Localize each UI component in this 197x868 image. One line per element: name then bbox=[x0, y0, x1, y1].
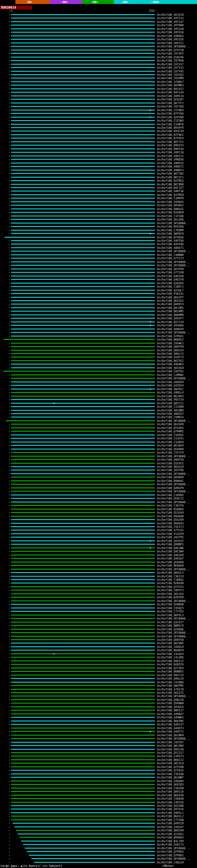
hit-row[interactable]: UniRef100_C1BPC1 bbox=[0, 285, 197, 288]
hit-accession[interactable]: UniRef100_Q42408 bbox=[157, 804, 184, 807]
hit-row[interactable]: UniRef100_A4RT36 bbox=[0, 189, 197, 193]
hit-row[interactable]: UniRef100_P36241 bbox=[0, 292, 197, 295]
hit-row[interactable]: UniRef100_C1FE06 bbox=[0, 214, 197, 218]
hit-row[interactable]: ▲UniRef100_Q4E2W6 bbox=[0, 546, 197, 550]
hit-accession[interactable]: UniRef100_Q4D169 bbox=[157, 554, 184, 557]
hit-accession[interactable]: UniRef100_UPI0000... bbox=[157, 857, 190, 860]
hit-accession[interactable]: UniRef100_A4R047 bbox=[157, 713, 184, 716]
hit-row[interactable]: UniRef100_C1BKQ2 bbox=[0, 578, 197, 581]
hit-row[interactable]: UniRef100_B7SKS6 bbox=[0, 236, 197, 239]
hit-row[interactable]: UniRef100_C5M033 bbox=[0, 415, 197, 419]
alignment-bar[interactable] bbox=[11, 14, 155, 15]
hit-accession[interactable]: UniRef100_Q8H116 bbox=[157, 790, 184, 793]
hit-row[interactable]: UniRef100_Q75590 bbox=[0, 765, 197, 769]
hit-row[interactable]: UniRef100_B6KTN5 bbox=[0, 719, 197, 723]
hit-row[interactable]: UniRef100_Q75635 bbox=[0, 769, 197, 772]
hit-row[interactable]: UniRef100_Q4RGP9 bbox=[0, 486, 197, 490]
alignment-bar[interactable] bbox=[11, 64, 155, 65]
hit-accession[interactable]: UniRef100_B6JVH3 bbox=[157, 395, 184, 398]
hit-accession[interactable]: UniRef100_A0ED37 bbox=[157, 412, 184, 415]
alignment-bar[interactable] bbox=[11, 509, 155, 509]
hit-row[interactable]: UniRef100_A7EEJ0 bbox=[0, 688, 197, 691]
alignment-bar[interactable] bbox=[11, 410, 155, 411]
alignment-bar[interactable] bbox=[11, 784, 155, 785]
alignment-bar[interactable] bbox=[11, 198, 155, 198]
hit-row[interactable]: UniRef100_A8UA71 bbox=[0, 246, 197, 249]
hit-accession[interactable]: UniRef100_Q4D167 bbox=[157, 557, 184, 560]
alignment-bar[interactable] bbox=[11, 678, 155, 679]
alignment-bar[interactable] bbox=[11, 39, 155, 40]
hit-row[interactable]: UniRef100_C7TZ90 bbox=[0, 818, 197, 822]
hit-accession[interactable]: UniRef100_Q3C9J7 bbox=[157, 621, 184, 624]
alignment-bar[interactable] bbox=[11, 223, 155, 223]
hit-row[interactable]: UniRef100_A0ED37 bbox=[0, 412, 197, 415]
alignment-bar[interactable] bbox=[11, 240, 155, 241]
alignment-bar[interactable] bbox=[16, 830, 155, 831]
hit-accession[interactable]: UniRef100_C4QLG9 bbox=[157, 861, 184, 864]
hit-row[interactable]: UniRef100_C5Z3W5 bbox=[0, 119, 197, 122]
hit-row[interactable]: UniRef100_Q4VT06 bbox=[0, 242, 197, 246]
hit-accession[interactable]: UniRef100_Q7PQH1 bbox=[157, 854, 184, 857]
hit-accession[interactable]: UniRef100_UPI0000... bbox=[157, 331, 190, 334]
hit-row[interactable]: UniRef100_B4FL64 bbox=[0, 91, 197, 94]
hit-row[interactable]: UniRef100_UPI0000... bbox=[0, 634, 197, 638]
alignment-bar[interactable] bbox=[11, 752, 155, 753]
hit-accession[interactable]: UniRef100_B3TMZ2 bbox=[157, 179, 184, 182]
hit-accession[interactable]: UniRef100_Q9SLX8 bbox=[157, 748, 184, 751]
hit-row[interactable]: UniRef100_B5DDD4 bbox=[0, 507, 197, 511]
hit-row[interactable]: UniRef100_B6A1L2 bbox=[0, 814, 197, 818]
hit-accession[interactable]: UniRef100_A4RT36 bbox=[157, 190, 184, 193]
hit-accession[interactable]: UniRef100_C1GDE8 bbox=[157, 441, 184, 444]
hit-row[interactable]: UniRef100_Q4D169 bbox=[0, 553, 197, 557]
alignment-bar[interactable] bbox=[11, 81, 155, 82]
alignment-bar[interactable] bbox=[11, 639, 155, 640]
alignment-bar[interactable] bbox=[11, 512, 155, 513]
hit-accession[interactable]: UniRef100_Q6D1H9 bbox=[157, 829, 184, 832]
alignment-bar[interactable] bbox=[11, 809, 155, 809]
hit-accession[interactable]: UniRef100_Q2UUC6 bbox=[157, 706, 184, 709]
hit-row[interactable]: UniRef100_Q2Q1D7 bbox=[0, 98, 197, 101]
hit-row[interactable]: UniRef100_B9I4Y2 bbox=[0, 87, 197, 91]
alignment-bar[interactable] bbox=[11, 209, 155, 209]
alignment-bar[interactable] bbox=[11, 555, 155, 555]
hit-accession[interactable]: UniRef100_A9T147 bbox=[157, 20, 184, 23]
hit-accession[interactable]: UniRef100_UPI0000... bbox=[157, 455, 190, 458]
alignment-bar[interactable] bbox=[11, 615, 155, 616]
hit-accession[interactable]: UniRef100_Q56269 bbox=[157, 518, 184, 521]
hit-row[interactable]: ▲UniRef100_Q8IT11 bbox=[0, 402, 197, 405]
hit-accession[interactable]: UniRef100_UPI0000... bbox=[157, 501, 190, 504]
alignment-bar[interactable] bbox=[11, 166, 155, 167]
alignment-bar[interactable] bbox=[11, 88, 155, 89]
hit-accession[interactable]: UniRef100_B2Y139 bbox=[157, 320, 184, 323]
alignment-bar[interactable] bbox=[11, 364, 155, 365]
hit-accession[interactable]: UniRef100_A9PE34 bbox=[157, 95, 184, 98]
hit-row[interactable]: UniRef100_B6DD52 bbox=[0, 338, 197, 341]
alignment-bar[interactable] bbox=[11, 191, 155, 191]
hit-accession[interactable]: UniRef100_Q1E951 bbox=[157, 462, 184, 465]
hit-accession[interactable]: UniRef100_A0CM12 bbox=[157, 388, 184, 391]
alignment-bar[interactable] bbox=[11, 456, 155, 457]
alignment-bar[interactable] bbox=[11, 682, 155, 683]
alignment-bar[interactable] bbox=[11, 569, 155, 570]
hit-accession[interactable]: UniRef100_Q4GVF7 bbox=[157, 317, 184, 320]
hit-accession[interactable]: UniRef100_Q6X1U2 bbox=[157, 299, 184, 302]
alignment-bar[interactable] bbox=[11, 480, 155, 481]
alignment-bar[interactable] bbox=[11, 332, 155, 333]
hit-row[interactable]: UniRef100_A9T147 bbox=[0, 20, 197, 23]
hit-row[interactable]: UniRef100_UPI0000... bbox=[0, 846, 197, 850]
hit-accession[interactable]: UniRef100_A9PC36 bbox=[157, 151, 184, 154]
alignment-bar[interactable] bbox=[11, 675, 155, 676]
alignment-bar[interactable] bbox=[11, 551, 155, 552]
alignment-bar[interactable] bbox=[11, 548, 155, 548]
alignment-bar[interactable] bbox=[11, 137, 155, 138]
hit-row[interactable]: UniRef100_C6T1S2 bbox=[0, 66, 197, 69]
alignment-bar[interactable] bbox=[11, 216, 155, 216]
hit-row[interactable]: ▲UniRef100_A0CM12 bbox=[0, 388, 197, 391]
hit-row[interactable]: UniRef100_B6K212 bbox=[0, 758, 197, 762]
alignment-bar[interactable] bbox=[11, 113, 155, 114]
hit-accession[interactable]: UniRef100_A4H6T3 bbox=[157, 727, 184, 730]
hit-accession[interactable]: UniRef100_B6T7I1 bbox=[157, 141, 184, 144]
hit-row[interactable]: UniRef100_UPI0000... bbox=[0, 500, 197, 504]
hit-accession[interactable]: UniRef100_B6JW19 bbox=[157, 444, 184, 447]
hit-accession[interactable]: UniRef100_UPI0000... bbox=[157, 420, 190, 423]
